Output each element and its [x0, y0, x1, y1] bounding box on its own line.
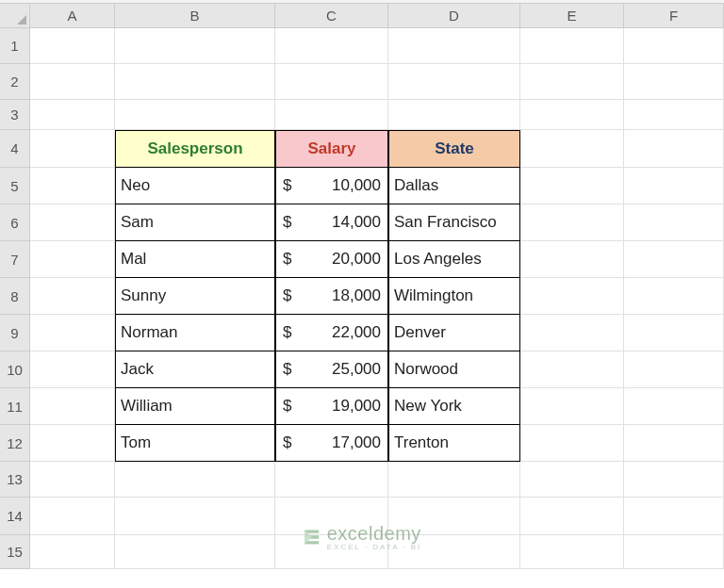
cell-C13[interactable] [275, 462, 388, 498]
cell-E4[interactable] [520, 130, 624, 168]
cell-D1[interactable] [388, 28, 520, 64]
cell-A10[interactable] [30, 351, 115, 388]
row-header-11[interactable]: 11 [0, 388, 30, 425]
cell-A6[interactable] [30, 204, 115, 241]
cell-salesperson-10[interactable]: Jack [115, 351, 275, 388]
cell-A5[interactable] [30, 168, 115, 204]
cell-B2[interactable] [115, 64, 275, 100]
row-header-1[interactable]: 1 [0, 28, 30, 64]
cell-E3[interactable] [520, 100, 624, 130]
cell-state-5[interactable]: Dallas [388, 168, 520, 204]
row-header-15[interactable]: 15 [0, 535, 30, 569]
cell-A2[interactable] [30, 64, 115, 100]
cell-E5[interactable] [520, 168, 624, 204]
cell-F8[interactable] [624, 278, 724, 315]
cell-salary-11[interactable]: $19,000 [275, 388, 388, 425]
row-header-12[interactable]: 12 [0, 425, 30, 462]
cell-E9[interactable] [520, 315, 624, 351]
cell-F3[interactable] [624, 100, 724, 130]
cell-state-11[interactable]: New York [388, 388, 520, 425]
table-header-salesperson[interactable]: Salesperson [115, 130, 275, 168]
row-header-2[interactable]: 2 [0, 64, 30, 100]
cell-F12[interactable] [624, 425, 724, 462]
row-header-8[interactable]: 8 [0, 278, 30, 315]
cell-salary-5[interactable]: $10,000 [275, 168, 388, 204]
cell-salesperson-8[interactable]: Sunny [115, 278, 275, 315]
cell-E14[interactable] [520, 498, 624, 535]
row-header-6[interactable]: 6 [0, 204, 30, 241]
cell-salary-10[interactable]: $25,000 [275, 351, 388, 388]
cell-D14[interactable] [388, 498, 520, 535]
col-header-C[interactable]: C [275, 4, 388, 28]
col-header-B[interactable]: B [115, 4, 275, 28]
cell-C3[interactable] [275, 100, 388, 130]
cell-B13[interactable] [115, 462, 275, 498]
cell-F5[interactable] [624, 168, 724, 204]
cell-salary-9[interactable]: $22,000 [275, 315, 388, 351]
cell-state-9[interactable]: Denver [388, 315, 520, 351]
row-header-10[interactable]: 10 [0, 351, 30, 388]
cell-A14[interactable] [30, 498, 115, 535]
cell-state-7[interactable]: Los Angeles [388, 241, 520, 278]
cell-salesperson-6[interactable]: Sam [115, 204, 275, 241]
cell-salary-6[interactable]: $14,000 [275, 204, 388, 241]
cell-E1[interactable] [520, 28, 624, 64]
cell-A15[interactable] [30, 535, 115, 569]
cell-F15[interactable] [624, 535, 724, 569]
cell-salary-7[interactable]: $20,000 [275, 241, 388, 278]
cell-A4[interactable] [30, 130, 115, 168]
cell-A7[interactable] [30, 241, 115, 278]
select-all-corner[interactable] [0, 4, 30, 28]
cell-B14[interactable] [115, 498, 275, 535]
cell-E8[interactable] [520, 278, 624, 315]
row-header-13[interactable]: 13 [0, 462, 30, 498]
cell-F1[interactable] [624, 28, 724, 64]
cell-C1[interactable] [275, 28, 388, 64]
cell-F11[interactable] [624, 388, 724, 425]
cell-A1[interactable] [30, 28, 115, 64]
cell-E13[interactable] [520, 462, 624, 498]
cell-state-8[interactable]: Wilmington [388, 278, 520, 315]
cell-A13[interactable] [30, 462, 115, 498]
cell-E12[interactable] [520, 425, 624, 462]
table-header-salary[interactable]: Salary [275, 130, 388, 168]
cell-E11[interactable] [520, 388, 624, 425]
row-header-14[interactable]: 14 [0, 498, 30, 535]
cell-F2[interactable] [624, 64, 724, 100]
cell-C14[interactable] [275, 498, 388, 535]
col-header-F[interactable]: F [624, 4, 724, 28]
cell-A8[interactable] [30, 278, 115, 315]
col-header-E[interactable]: E [520, 4, 624, 28]
cell-salary-12[interactable]: $17,000 [275, 425, 388, 462]
col-header-A[interactable]: A [30, 4, 115, 28]
cell-C2[interactable] [275, 64, 388, 100]
cell-F13[interactable] [624, 462, 724, 498]
cell-D13[interactable] [388, 462, 520, 498]
cell-A11[interactable] [30, 388, 115, 425]
cell-F4[interactable] [624, 130, 724, 168]
cell-D3[interactable] [388, 100, 520, 130]
cell-salesperson-5[interactable]: Neo [115, 168, 275, 204]
cell-F6[interactable] [624, 204, 724, 241]
cell-F14[interactable] [624, 498, 724, 535]
cell-E7[interactable] [520, 241, 624, 278]
cell-salesperson-9[interactable]: Norman [115, 315, 275, 351]
row-header-3[interactable]: 3 [0, 100, 30, 130]
cell-salesperson-11[interactable]: William [115, 388, 275, 425]
cell-state-10[interactable]: Norwood [388, 351, 520, 388]
cell-salary-8[interactable]: $18,000 [275, 278, 388, 315]
cell-salesperson-7[interactable]: Mal [115, 241, 275, 278]
cell-B1[interactable] [115, 28, 275, 64]
cell-C15[interactable] [275, 535, 388, 569]
cell-E6[interactable] [520, 204, 624, 241]
row-header-9[interactable]: 9 [0, 315, 30, 351]
cell-D2[interactable] [388, 64, 520, 100]
cell-E15[interactable] [520, 535, 624, 569]
cell-state-12[interactable]: Trenton [388, 425, 520, 462]
cell-A9[interactable] [30, 315, 115, 351]
row-header-4[interactable]: 4 [0, 130, 30, 168]
cell-A12[interactable] [30, 425, 115, 462]
row-header-5[interactable]: 5 [0, 168, 30, 204]
row-header-7[interactable]: 7 [0, 241, 30, 278]
table-header-state[interactable]: State [388, 130, 520, 168]
